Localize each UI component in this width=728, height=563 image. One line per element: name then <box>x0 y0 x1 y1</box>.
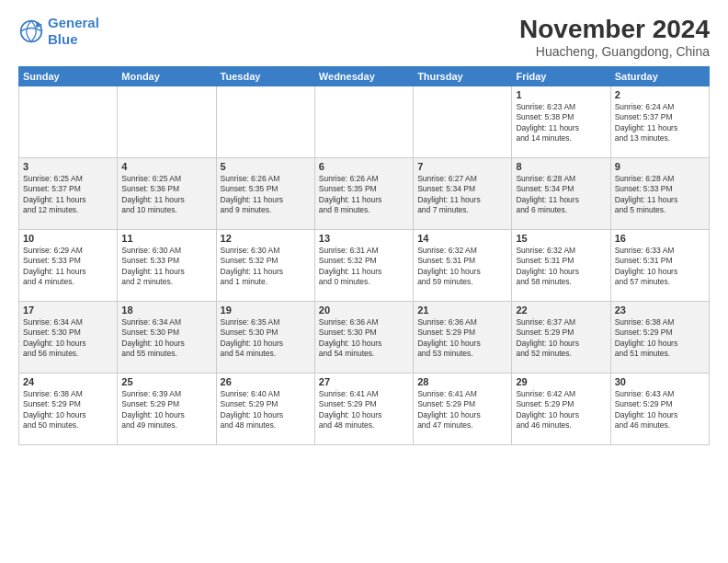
day-info: Sunrise: 6:27 AM Sunset: 5:34 PM Dayligh… <box>417 174 507 216</box>
day-info: Sunrise: 6:35 AM Sunset: 5:30 PM Dayligh… <box>221 317 311 360</box>
cell-2-5: 15Sunrise: 6:32 AM Sunset: 5:31 PM Dayli… <box>512 230 610 302</box>
cell-2-4: 14Sunrise: 6:32 AM Sunset: 5:31 PM Dayli… <box>414 230 512 302</box>
day-info: Sunrise: 6:26 AM Sunset: 5:35 PM Dayligh… <box>221 174 311 216</box>
day-info: Sunrise: 6:30 AM Sunset: 5:33 PM Dayligh… <box>121 246 211 288</box>
cell-0-4 <box>414 86 512 158</box>
calendar-table: Sunday Monday Tuesday Wednesday Thursday… <box>18 66 710 445</box>
calendar-title: November 2024 <box>519 15 710 44</box>
week-row-2: 10Sunrise: 6:29 AM Sunset: 5:33 PM Dayli… <box>19 230 710 302</box>
day-info: Sunrise: 6:33 AM Sunset: 5:31 PM Dayligh… <box>615 246 705 288</box>
day-info: Sunrise: 6:41 AM Sunset: 5:29 PM Dayligh… <box>319 389 409 431</box>
cell-2-6: 16Sunrise: 6:33 AM Sunset: 5:31 PM Dayli… <box>610 230 709 302</box>
day-info: Sunrise: 6:25 AM Sunset: 5:36 PM Dayligh… <box>121 174 211 216</box>
day-number: 26 <box>221 376 311 387</box>
cell-3-6: 23Sunrise: 6:38 AM Sunset: 5:29 PM Dayli… <box>610 302 709 373</box>
title-block: November 2024 Huacheng, Guangdong, China <box>519 15 710 59</box>
cell-3-0: 17Sunrise: 6:34 AM Sunset: 5:30 PM Dayli… <box>19 302 118 373</box>
day-info: Sunrise: 6:30 AM Sunset: 5:32 PM Dayligh… <box>221 246 311 288</box>
day-info: Sunrise: 6:38 AM Sunset: 5:29 PM Dayligh… <box>23 389 113 431</box>
day-number: 30 <box>615 376 705 387</box>
day-number: 4 <box>121 161 211 172</box>
cell-0-5: 1Sunrise: 6:23 AM Sunset: 5:38 PM Daylig… <box>512 86 610 158</box>
day-info: Sunrise: 6:40 AM Sunset: 5:29 PM Dayligh… <box>221 389 311 431</box>
cell-0-0 <box>19 86 118 158</box>
day-info: Sunrise: 6:28 AM Sunset: 5:34 PM Dayligh… <box>516 174 606 216</box>
th-wednesday: Wednesday <box>314 67 413 86</box>
cell-1-6: 9Sunrise: 6:28 AM Sunset: 5:33 PM Daylig… <box>610 158 709 230</box>
cell-0-2 <box>216 86 314 158</box>
th-friday: Friday <box>512 67 610 86</box>
day-number: 23 <box>615 304 705 316</box>
day-number: 29 <box>516 376 606 387</box>
weekday-row: Sunday Monday Tuesday Wednesday Thursday… <box>19 67 710 86</box>
day-info: Sunrise: 6:32 AM Sunset: 5:31 PM Dayligh… <box>417 246 507 288</box>
day-number: 5 <box>221 161 311 172</box>
week-row-3: 17Sunrise: 6:34 AM Sunset: 5:30 PM Dayli… <box>19 302 710 373</box>
cell-2-3: 13Sunrise: 6:31 AM Sunset: 5:32 PM Dayli… <box>314 230 413 302</box>
day-info: Sunrise: 6:26 AM Sunset: 5:35 PM Dayligh… <box>319 174 409 216</box>
th-monday: Monday <box>118 67 216 86</box>
day-number: 13 <box>319 233 409 244</box>
week-row-0: 1Sunrise: 6:23 AM Sunset: 5:38 PM Daylig… <box>19 86 710 158</box>
day-number: 3 <box>23 161 113 172</box>
cell-1-1: 4Sunrise: 6:25 AM Sunset: 5:36 PM Daylig… <box>118 158 216 230</box>
day-info: Sunrise: 6:38 AM Sunset: 5:29 PM Dayligh… <box>615 317 705 360</box>
cell-1-3: 6Sunrise: 6:26 AM Sunset: 5:35 PM Daylig… <box>314 158 413 230</box>
day-info: Sunrise: 6:29 AM Sunset: 5:33 PM Dayligh… <box>23 246 113 288</box>
day-info: Sunrise: 6:24 AM Sunset: 5:37 PM Dayligh… <box>615 102 705 144</box>
day-info: Sunrise: 6:31 AM Sunset: 5:32 PM Dayligh… <box>319 246 409 288</box>
cell-3-5: 22Sunrise: 6:37 AM Sunset: 5:29 PM Dayli… <box>512 302 610 373</box>
th-tuesday: Tuesday <box>216 67 314 86</box>
day-number: 7 <box>417 161 507 172</box>
day-info: Sunrise: 6:34 AM Sunset: 5:30 PM Dayligh… <box>23 317 113 360</box>
logo-line2: Blue <box>48 31 78 47</box>
day-number: 16 <box>615 233 705 244</box>
day-number: 19 <box>221 304 311 316</box>
day-info: Sunrise: 6:37 AM Sunset: 5:29 PM Dayligh… <box>516 317 606 360</box>
day-number: 20 <box>319 304 409 316</box>
day-number: 25 <box>121 376 211 387</box>
day-number: 24 <box>23 376 113 387</box>
calendar-subtitle: Huacheng, Guangdong, China <box>519 44 710 59</box>
day-number: 9 <box>615 161 705 172</box>
day-info: Sunrise: 6:32 AM Sunset: 5:31 PM Dayligh… <box>516 246 606 288</box>
day-number: 22 <box>516 304 606 316</box>
th-thursday: Thursday <box>414 67 512 86</box>
cell-0-6: 2Sunrise: 6:24 AM Sunset: 5:37 PM Daylig… <box>610 86 709 158</box>
cell-4-4: 28Sunrise: 6:41 AM Sunset: 5:29 PM Dayli… <box>414 373 512 445</box>
cell-2-2: 12Sunrise: 6:30 AM Sunset: 5:32 PM Dayli… <box>216 230 314 302</box>
cell-3-4: 21Sunrise: 6:36 AM Sunset: 5:29 PM Dayli… <box>414 302 512 373</box>
cell-3-1: 18Sunrise: 6:34 AM Sunset: 5:30 PM Dayli… <box>118 302 216 373</box>
day-info: Sunrise: 6:23 AM Sunset: 5:38 PM Dayligh… <box>516 102 606 144</box>
week-row-4: 24Sunrise: 6:38 AM Sunset: 5:29 PM Dayli… <box>19 373 710 445</box>
cell-0-3 <box>314 86 413 158</box>
day-number: 27 <box>319 376 409 387</box>
day-number: 17 <box>23 304 113 316</box>
logo-text: General Blue <box>48 15 99 48</box>
cell-4-1: 25Sunrise: 6:39 AM Sunset: 5:29 PM Dayli… <box>118 373 216 445</box>
cell-4-6: 30Sunrise: 6:43 AM Sunset: 5:29 PM Dayli… <box>610 373 709 445</box>
day-number: 14 <box>417 233 507 244</box>
day-info: Sunrise: 6:42 AM Sunset: 5:29 PM Dayligh… <box>516 389 606 431</box>
cell-3-2: 19Sunrise: 6:35 AM Sunset: 5:30 PM Dayli… <box>216 302 314 373</box>
logo-icon <box>18 18 44 44</box>
cell-1-5: 8Sunrise: 6:28 AM Sunset: 5:34 PM Daylig… <box>512 158 610 230</box>
cell-2-1: 11Sunrise: 6:30 AM Sunset: 5:33 PM Dayli… <box>118 230 216 302</box>
day-number: 28 <box>417 376 507 387</box>
day-number: 15 <box>516 233 606 244</box>
day-number: 10 <box>23 233 113 244</box>
cell-1-0: 3Sunrise: 6:25 AM Sunset: 5:37 PM Daylig… <box>19 158 118 230</box>
cell-0-1 <box>118 86 216 158</box>
day-number: 11 <box>121 233 211 244</box>
logo-line1: General <box>48 15 99 30</box>
day-number: 12 <box>221 233 311 244</box>
day-info: Sunrise: 6:39 AM Sunset: 5:29 PM Dayligh… <box>121 389 211 431</box>
cell-1-4: 7Sunrise: 6:27 AM Sunset: 5:34 PM Daylig… <box>414 158 512 230</box>
th-sunday: Sunday <box>19 67 118 86</box>
header: General Blue November 2024 Huacheng, Gua… <box>18 15 710 59</box>
cell-4-5: 29Sunrise: 6:42 AM Sunset: 5:29 PM Dayli… <box>512 373 610 445</box>
calendar-header: Sunday Monday Tuesday Wednesday Thursday… <box>19 67 710 86</box>
day-info: Sunrise: 6:28 AM Sunset: 5:33 PM Dayligh… <box>615 174 705 216</box>
cell-4-2: 26Sunrise: 6:40 AM Sunset: 5:29 PM Dayli… <box>216 373 314 445</box>
day-number: 8 <box>516 161 606 172</box>
